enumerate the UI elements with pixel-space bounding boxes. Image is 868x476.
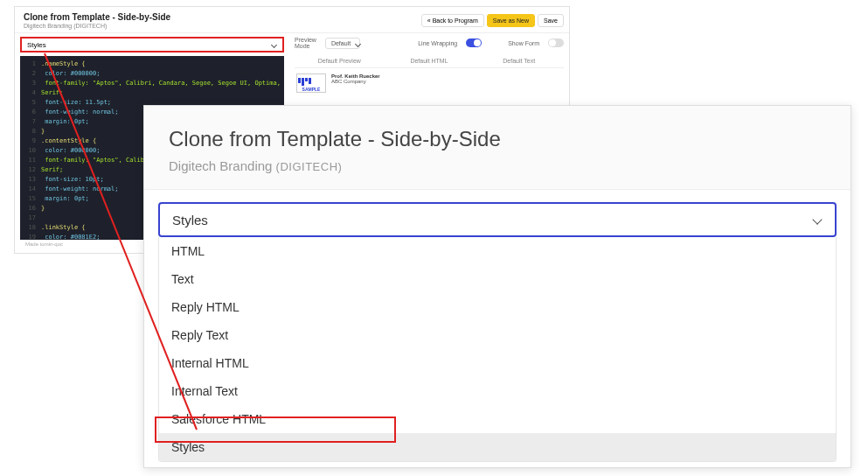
back-to-program-button[interactable]: « Back to Program — [421, 14, 484, 27]
dropdown-value: Styles — [27, 41, 46, 49]
option-internal-text[interactable]: Internal Text — [159, 377, 836, 405]
template-type-select[interactable]: Styles — [158, 202, 837, 237]
option-styles[interactable]: Styles — [159, 433, 836, 461]
preview-mode-select[interactable]: Default — [325, 38, 360, 49]
preview-company: ABC Company — [331, 79, 380, 84]
page-title: Clone from Template - Side-by-Side — [169, 127, 826, 151]
tab-default-text[interactable]: Default Text — [474, 54, 564, 67]
option-salesforce-html[interactable]: Salesforce HTML — [159, 405, 836, 433]
option-reply-text[interactable]: Reply Text — [159, 321, 836, 349]
show-form-label: Show Form — [508, 40, 539, 46]
line-wrapping-toggle[interactable] — [466, 38, 482, 47]
line-wrapping-label: Line Wrapping — [418, 40, 457, 46]
bg-header: Clone from Template - Side-by-Side Digit… — [15, 7, 569, 33]
option-text[interactable]: Text — [159, 265, 836, 293]
fg-header: Clone from Template - Side-by-Side Digit… — [144, 106, 851, 190]
sample-logo: SAMPLE — [296, 74, 326, 93]
subtitle-code: (DIGITECH) — [276, 160, 343, 173]
save-as-new-button[interactable]: Save as New — [487, 14, 535, 27]
bg-button-row: « Back to Program Save as New Save — [421, 14, 564, 27]
tab-default-html[interactable]: Default HTML — [385, 54, 475, 67]
preview-mode-label: Preview Mode — [295, 37, 316, 49]
option-internal-html[interactable]: Internal HTML — [159, 349, 836, 377]
foreground-dropdown-window: Clone from Template - Side-by-Side Digit… — [143, 105, 851, 468]
preview-tabs: Default Preview Default HTML Default Tex… — [295, 54, 564, 68]
page-subtitle: Digitech Branding (DIGITECH) — [169, 158, 826, 173]
template-type-options: HTMLTextReply HTMLReply TextInternal HTM… — [158, 237, 837, 462]
preview-pane: SAMPLE Prof. Keith Ruecker ABC Company — [295, 68, 564, 98]
subtitle-company: Digitech Branding — [169, 158, 272, 173]
option-reply-html[interactable]: Reply HTML — [159, 293, 836, 321]
chevron-down-icon — [812, 214, 823, 225]
save-button[interactable]: Save — [538, 14, 564, 27]
tab-default-preview[interactable]: Default Preview — [295, 54, 385, 67]
chevron-down-icon — [270, 41, 277, 48]
template-type-dropdown[interactable]: Styles — [20, 37, 284, 52]
option-html[interactable]: HTML — [159, 237, 836, 265]
show-form-toggle[interactable] — [548, 38, 564, 47]
preview-info: Prof. Keith Ruecker ABC Company — [331, 74, 380, 84]
select-value: Styles — [172, 213, 208, 228]
